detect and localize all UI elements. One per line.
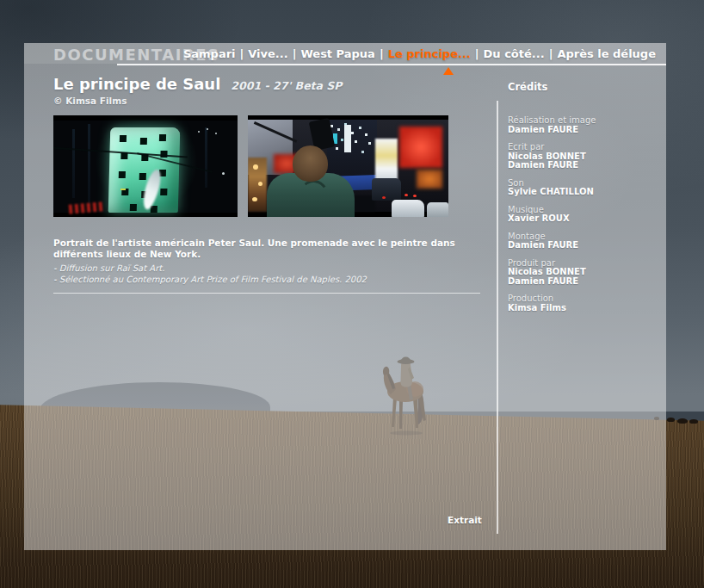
nav-item-le-principe[interactable]: Le principe... xyxy=(388,47,471,60)
light-dot xyxy=(198,131,200,133)
title-row: Le principe de Saul2001 - 27' Beta SP xyxy=(53,75,343,93)
nav-item-vive[interactable]: Vive... xyxy=(248,47,287,60)
credit-role: Ecrit par xyxy=(508,143,661,152)
credit-name: Damien FAURE xyxy=(508,277,661,287)
credit-entry: Produit par Nicolas BONNET Damien FAURE xyxy=(508,259,661,287)
building-edge xyxy=(205,127,207,188)
light-blob xyxy=(120,189,126,190)
credit-entry: Musique Xavier ROUX xyxy=(508,206,661,224)
credits-heading: Crédits xyxy=(508,81,661,93)
nav-underline xyxy=(117,64,666,65)
light-dot xyxy=(215,133,217,134)
nav-separator: | xyxy=(380,47,384,60)
credit-entry: Son Sylvie CHATILLON xyxy=(508,179,661,197)
street-scene xyxy=(248,120,448,212)
credit-entry: Réalisation et image Damien FAURE xyxy=(508,116,661,134)
up-triangle-icon xyxy=(443,67,454,75)
credits-panel: Crédits Réalisation et image Damien FAUR… xyxy=(508,81,661,321)
credit-name: Xavier ROUX xyxy=(508,214,661,224)
film-still-2 xyxy=(248,115,448,217)
light-dot xyxy=(207,128,208,130)
film-description: Portrait de l'artiste américain Peter Sa… xyxy=(53,238,491,260)
bright-billboard-stack xyxy=(375,139,398,182)
credit-name: Damien FAURE xyxy=(508,161,661,170)
lamp-light xyxy=(252,197,257,201)
documentary-nav: Sampari|Vive...|West Papua|Le principe..… xyxy=(183,47,656,60)
credits-divider xyxy=(497,101,498,534)
film-meta: 2001 - 27' Beta SP xyxy=(231,79,342,92)
note-line: - Diffusion sur Raï Sat Art. xyxy=(53,263,492,274)
note-line: - Sélectionné au Contemporary Art Prize … xyxy=(53,274,492,285)
bush xyxy=(667,418,675,422)
orange-sign xyxy=(417,170,442,189)
nav-separator: | xyxy=(240,47,244,60)
building-edge xyxy=(72,129,75,198)
credit-name: Nicolas BONNET xyxy=(508,268,661,277)
nav-item-sampari[interactable]: Sampari xyxy=(183,47,236,60)
credit-entry: Ecrit par Nicolas BONNET Damien FAURE xyxy=(508,143,661,170)
bush xyxy=(689,419,698,424)
credit-name: Sylvie CHATILLON xyxy=(508,188,661,197)
credit-name: Damien FAURE xyxy=(508,126,661,135)
content-panel: DOCUMENTAIRES Sampari|Vive...|West Papua… xyxy=(24,43,666,550)
credit-entry: Production Kimsa Films xyxy=(508,294,661,313)
lamp-light xyxy=(258,182,262,186)
building-edge xyxy=(88,124,90,206)
nav-separator: | xyxy=(549,47,553,60)
person-head xyxy=(293,145,328,182)
credit-entry: Montage Damien FAURE xyxy=(508,232,661,251)
light-dot xyxy=(222,172,225,175)
nav-separator: | xyxy=(475,47,479,60)
bush xyxy=(677,418,688,424)
credit-name: Kimsa Films xyxy=(508,304,661,313)
credit-name: Damien FAURE xyxy=(508,241,661,251)
nav-item-apres-le-deluge[interactable]: Après le déluge xyxy=(557,47,656,60)
night-scene xyxy=(53,121,238,213)
nav-separator: | xyxy=(293,47,297,60)
horizontal-divider xyxy=(53,293,480,294)
page-title: Le principe de Saul xyxy=(53,75,220,93)
credit-role: Production xyxy=(508,294,661,304)
white-car xyxy=(427,202,448,217)
dark-buildings xyxy=(327,120,377,176)
nav-item-du-cote[interactable]: Du côté... xyxy=(484,47,545,60)
dark-van xyxy=(372,178,401,201)
nav-item-west-papua[interactable]: West Papua xyxy=(300,47,374,60)
copyright: © Kimsa Films xyxy=(53,96,127,106)
white-vertical-sign xyxy=(344,125,351,152)
large-red-sign xyxy=(399,127,442,168)
film-still-1 xyxy=(53,115,238,217)
lamp-light xyxy=(253,164,258,170)
tail-lights xyxy=(404,194,408,196)
film-notes: - Diffusion sur Raï Sat Art. - Sélection… xyxy=(53,263,492,285)
dark-window-grid xyxy=(120,135,127,142)
white-car xyxy=(392,200,424,217)
credit-role: Réalisation et image xyxy=(508,116,661,126)
extrait-link[interactable]: Extrait xyxy=(448,515,482,525)
